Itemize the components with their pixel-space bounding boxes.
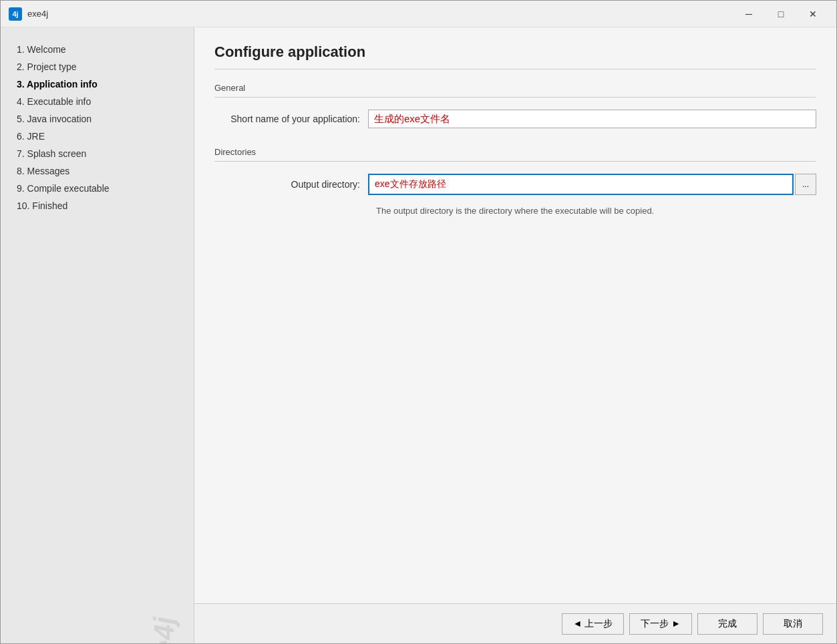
maximize-button[interactable]: □ — [766, 4, 796, 24]
footer: ◄ 上一步 下一步 ► 完成 取消 — [194, 603, 836, 643]
short-name-row: Short name of your application: — [214, 107, 816, 131]
short-name-input[interactable] — [368, 110, 816, 128]
sidebar-item-compile-executable[interactable]: 9. Compile executable — [11, 180, 183, 197]
sidebar-item-messages[interactable]: 8. Messages — [11, 162, 183, 180]
sidebar-nav: 1. Welcome 2. Project type 3. Applicatio… — [1, 41, 194, 630]
prev-button[interactable]: ◄ 上一步 — [562, 613, 625, 635]
output-directory-label: Output directory: — [214, 179, 368, 190]
content-area: Configure application General Short name… — [194, 27, 836, 603]
sidebar-watermark: exe4j — [148, 617, 180, 643]
sidebar-item-welcome[interactable]: 1. Welcome — [11, 41, 183, 58]
sidebar-item-project-type[interactable]: 2. Project type — [11, 58, 183, 75]
directories-section: Directories Output directory: ... The ou… — [214, 147, 816, 216]
output-directory-input[interactable] — [368, 174, 794, 195]
main-content: Configure application General Short name… — [194, 27, 836, 643]
general-section: General Short name of your application: — [214, 83, 816, 131]
close-button[interactable]: ✕ — [798, 4, 828, 24]
main-window: 4j exe4j ─ □ ✕ 1. Welcome 2. Project typ… — [0, 0, 837, 644]
window-controls: ─ □ ✕ — [733, 4, 828, 24]
window-body: 1. Welcome 2. Project type 3. Applicatio… — [1, 27, 836, 643]
title-bar: 4j exe4j ─ □ ✕ — [1, 1, 836, 27]
app-icon: 4j — [9, 7, 22, 21]
directory-row: ... — [368, 174, 816, 195]
short-name-label: Short name of your application: — [214, 114, 368, 124]
cancel-button[interactable]: 取消 — [763, 613, 823, 635]
output-directory-hint: The output directory is the directory wh… — [368, 206, 816, 216]
minimize-button[interactable]: ─ — [733, 4, 764, 24]
general-section-label: General — [214, 83, 816, 98]
window-title: exe4j — [27, 9, 733, 19]
browse-button[interactable]: ... — [795, 174, 816, 195]
sidebar-item-finished[interactable]: 10. Finished — [11, 197, 183, 214]
sidebar-item-splash-screen[interactable]: 7. Splash screen — [11, 145, 183, 162]
sidebar-item-jre[interactable]: 6. JRE — [11, 128, 183, 145]
finish-button[interactable]: 完成 — [697, 613, 758, 635]
output-directory-row: Output directory: ... — [214, 171, 816, 198]
sidebar-item-executable-info[interactable]: 4. Executable info — [11, 93, 183, 110]
next-button[interactable]: 下一步 ► — [629, 613, 692, 635]
page-title: Configure application — [214, 43, 816, 69]
sidebar-item-java-invocation[interactable]: 5. Java invocation — [11, 110, 183, 128]
sidebar-item-application-info[interactable]: 3. Application info — [11, 75, 183, 93]
sidebar: 1. Welcome 2. Project type 3. Applicatio… — [1, 27, 194, 643]
directories-section-label: Directories — [214, 147, 816, 162]
